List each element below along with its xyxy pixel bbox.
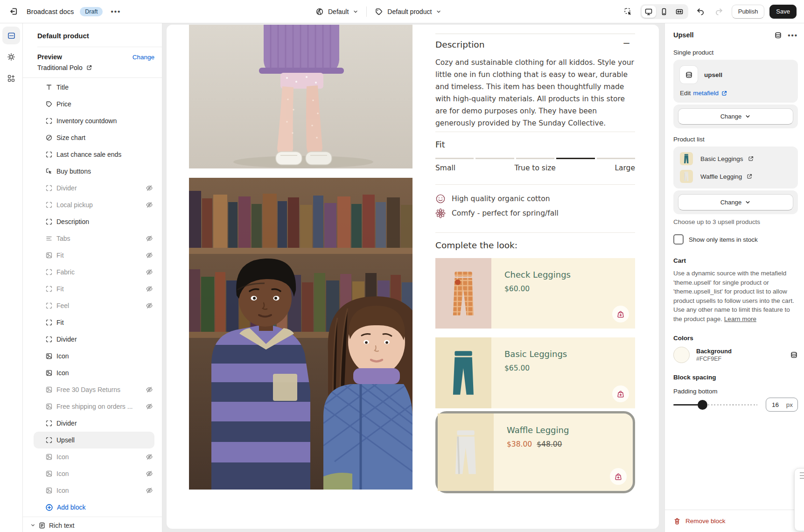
inspect-element-button[interactable] xyxy=(621,5,635,19)
visibility-eye-slash-icon[interactable] xyxy=(146,184,153,192)
visibility-eye-slash-icon[interactable] xyxy=(146,252,153,259)
locale-selector[interactable]: Default xyxy=(315,7,358,16)
description-text: Cozy and sustainable clothing for all ki… xyxy=(435,56,635,129)
change-preview-link[interactable]: Change xyxy=(133,54,154,61)
upsell-card-basic-leggings[interactable]: Basic Leggings$65.00 xyxy=(435,337,635,408)
edit-metafield-link[interactable]: metafield xyxy=(693,90,727,97)
sidebar-block-free-30-days-returns[interactable]: Free 30 Days Returns xyxy=(34,381,154,398)
block-icon xyxy=(45,151,53,158)
sidebar-block-last-chance-sale-ends[interactable]: Last chance sale ends xyxy=(34,146,154,163)
redo-button[interactable] xyxy=(713,5,727,19)
product-photo-2[interactable] xyxy=(189,178,412,490)
sidebar-block-fit[interactable]: Fit xyxy=(34,314,154,331)
add-to-cart-button[interactable] xyxy=(612,385,629,402)
fullwidth-preview-button[interactable] xyxy=(672,6,687,18)
sidebar-block-fit[interactable]: Fit xyxy=(34,280,154,297)
background-color-swatch[interactable] xyxy=(673,347,690,363)
learn-more-link[interactable]: Learn more xyxy=(724,315,756,322)
flower-icon xyxy=(435,208,446,218)
lines-icon xyxy=(45,235,53,242)
sidebar-block-inventory-countdown[interactable]: Inventory countdown xyxy=(34,112,154,129)
visibility-eye-slash-icon[interactable] xyxy=(146,285,153,293)
upsell-card-waffle-legging[interactable]: Waffle Legging$38.00$48.00 xyxy=(435,411,635,493)
upsell-product-name: Basic Leggings xyxy=(504,349,635,359)
desktop-preview-button[interactable] xyxy=(642,6,656,18)
visibility-eye-slash-icon[interactable] xyxy=(146,302,153,309)
add-to-cart-button[interactable] xyxy=(612,306,629,322)
publish-button[interactable]: Publish xyxy=(732,5,765,19)
sidebar-block-icon[interactable]: Icon xyxy=(34,482,154,499)
visibility-eye-slash-icon[interactable] xyxy=(146,386,153,393)
sidebar-block-feel[interactable]: Feel xyxy=(34,297,154,314)
sidebar-block-local-pickup[interactable]: Local pickup xyxy=(34,196,154,213)
external-link-icon[interactable] xyxy=(748,155,754,162)
cart-plus-icon xyxy=(616,309,625,319)
visibility-eye-slash-icon[interactable] xyxy=(146,235,153,242)
slider-knob[interactable] xyxy=(698,400,707,410)
collapse-description-button[interactable]: − xyxy=(622,37,630,49)
show-in-stock-checkbox[interactable] xyxy=(673,234,684,245)
sidebar-block-free-shipping-on-orders[interactable]: Free shipping on orders ... xyxy=(34,398,154,415)
sidebar-block-fit[interactable]: Fit xyxy=(34,247,154,264)
color-dynamic-source-icon[interactable] xyxy=(790,351,798,359)
change-product-list-button[interactable]: Change xyxy=(678,194,793,210)
sidebar-block-icon[interactable]: Icon xyxy=(34,448,154,465)
template-selector[interactable]: Default product xyxy=(375,7,441,16)
visibility-eye-slash-icon[interactable] xyxy=(146,403,153,410)
sidebar-block-title[interactable]: Title xyxy=(34,79,154,96)
smiley-icon xyxy=(435,194,446,204)
section-rich-text[interactable]: Rich text xyxy=(22,517,162,532)
sidebar-block-icon[interactable]: Icon xyxy=(34,465,154,482)
visibility-eye-slash-icon[interactable] xyxy=(146,453,153,461)
visibility-eye-slash-icon[interactable] xyxy=(146,268,153,276)
sidebar-block-divider[interactable]: Divider xyxy=(34,415,154,432)
topbar-divider xyxy=(366,7,367,17)
remove-block-button[interactable]: Remove block xyxy=(665,510,804,532)
product-list-item-basic-leggings[interactable]: Basic Leggings xyxy=(680,150,791,168)
sidebar-block-size-chart[interactable]: Size chart xyxy=(34,129,154,146)
fit-label-small: Small xyxy=(435,164,455,172)
dynamic-source-icon[interactable] xyxy=(774,31,782,39)
sidebar-block-divider[interactable]: Divider xyxy=(34,180,154,196)
sidebar-block-price[interactable]: Price xyxy=(34,96,154,112)
padding-bottom-input[interactable] xyxy=(771,401,785,409)
sidebar-block-tabs[interactable]: Tabs xyxy=(34,230,154,247)
apps-icon xyxy=(7,74,15,83)
cart-plus-icon xyxy=(616,389,625,399)
add-to-cart-button[interactable] xyxy=(610,468,627,485)
add-block-button[interactable]: Add block xyxy=(34,499,154,516)
exit-icon xyxy=(9,7,18,16)
visibility-eye-slash-icon[interactable] xyxy=(146,470,153,477)
more-actions-button[interactable]: ••• xyxy=(109,7,123,15)
exit-editor-button[interactable] xyxy=(7,5,21,19)
collapsed-side-panel[interactable] xyxy=(794,468,804,531)
mobile-preview-button[interactable] xyxy=(657,6,671,18)
external-link-icon[interactable] xyxy=(746,173,753,180)
save-button[interactable]: Save xyxy=(769,5,797,19)
sidebar-block-divider[interactable]: Divider xyxy=(34,331,154,348)
sidebar-block-buy-buttons[interactable]: Buy buttons xyxy=(34,163,154,180)
sidebar-block-icon[interactable]: Icon xyxy=(34,348,154,364)
visibility-eye-slash-icon[interactable] xyxy=(146,487,153,494)
block-list: TitlePriceInventory countdownSize chartL… xyxy=(22,78,162,499)
product-list-item-waffle-legging[interactable]: Waffle Legging xyxy=(680,168,791,185)
undo-button[interactable] xyxy=(693,5,707,19)
photo-kids-bookshelf xyxy=(189,178,412,490)
visibility-eye-slash-icon[interactable] xyxy=(146,201,153,209)
sidebar-block-fabric[interactable]: Fabric xyxy=(34,264,154,280)
padding-bottom-slider[interactable] xyxy=(673,399,757,410)
rail-theme-settings-tab[interactable] xyxy=(2,48,20,66)
sidebar-block-upsell[interactable]: Upsell xyxy=(34,432,154,448)
preview-product-link[interactable]: Traditional Polo xyxy=(37,64,154,71)
block-settings-panel: Upsell ••• Single product xyxy=(664,23,804,532)
product-photo-1[interactable] xyxy=(189,25,412,168)
change-single-product-button[interactable]: Change xyxy=(678,108,793,125)
rail-apps-tab[interactable] xyxy=(2,70,20,87)
show-in-stock-row[interactable]: Show only items in stock xyxy=(673,234,798,245)
sidebar-block-description[interactable]: Description xyxy=(34,213,154,230)
sidebar-block-icon[interactable]: Icon xyxy=(34,364,154,381)
block-more-actions-button[interactable]: ••• xyxy=(788,31,798,39)
rail-sections-tab[interactable] xyxy=(2,27,20,44)
cart-plus-icon xyxy=(614,472,623,481)
upsell-card-check-leggings[interactable]: Check Leggings$60.00 xyxy=(435,258,635,329)
